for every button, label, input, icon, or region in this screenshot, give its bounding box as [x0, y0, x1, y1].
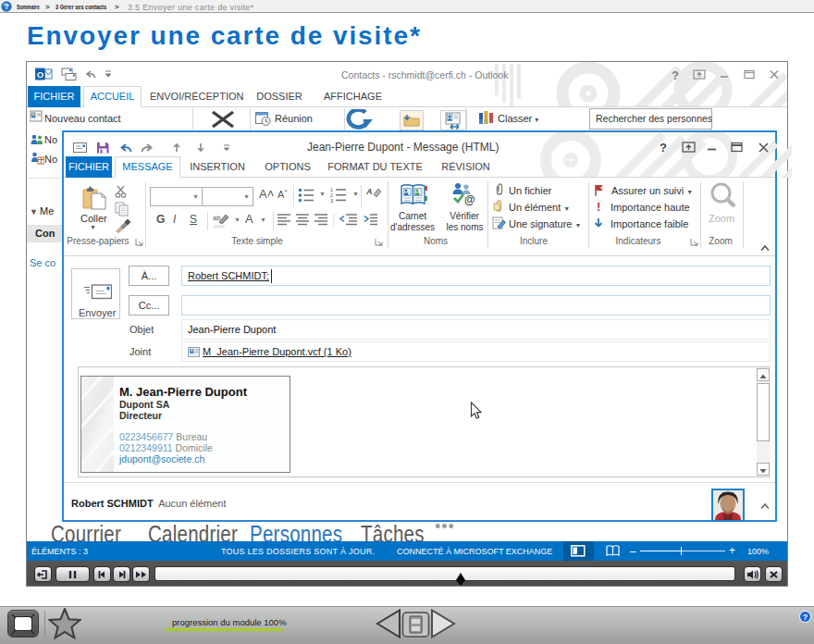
svg-text:?: ? [803, 613, 808, 622]
svg-text:ab: ab [213, 214, 220, 222]
svg-text:@: @ [464, 193, 475, 206]
svg-text:O: O [37, 70, 43, 80]
svg-text:3: 3 [330, 198, 333, 203]
svg-text:A: A [366, 187, 373, 196]
svg-text:?: ? [4, 2, 8, 11]
